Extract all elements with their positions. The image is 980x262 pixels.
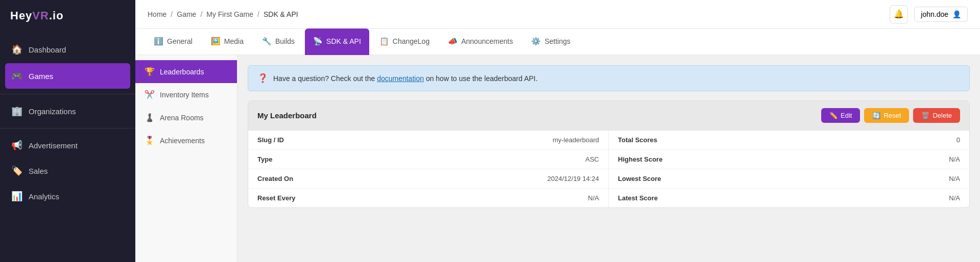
tab-announcements[interactable]: 📣 Announcements — [440, 29, 521, 55]
sales-icon: 🏷️ — [11, 165, 22, 176]
tab-builds[interactable]: 🔧 Builds — [254, 29, 303, 55]
logo-hey: Hey — [10, 9, 32, 22]
left-panel-item-arena[interactable]: ♟️ Arena Rooms — [135, 106, 237, 129]
left-panel: 🏆 Leaderboards ✂️ Inventory Items ♟️ Are… — [135, 55, 237, 262]
leaderboard-table: Slug / ID my-leaderboard Type ASC Create… — [248, 130, 969, 207]
tab-general[interactable]: ℹ️ General — [146, 29, 201, 55]
field-label: Type — [257, 155, 272, 163]
logo: HeyVR.io — [0, 0, 135, 32]
tab-label: Settings — [544, 37, 570, 45]
analytics-icon: 📊 — [11, 191, 22, 202]
settings-icon: ⚙️ — [531, 37, 541, 46]
table-row: Type ASC — [248, 150, 608, 169]
sidebar-divider-2 — [0, 128, 135, 128]
sidebar-item-dashboard[interactable]: 🏠 Dashboard — [0, 37, 135, 62]
left-panel-item-inventory[interactable]: ✂️ Inventory Items — [135, 83, 237, 106]
sidebar-item-sales[interactable]: 🏷️ Sales — [0, 158, 135, 184]
username-label: john.doe — [921, 10, 948, 18]
info-banner: ❓ Have a question? Check out the documen… — [248, 65, 970, 91]
question-icon: ❓ — [257, 73, 268, 84]
games-icon: 🎮 — [11, 70, 22, 82]
field-value: N/A — [588, 194, 599, 202]
reset-button[interactable]: 🔄 Reset — [864, 108, 909, 123]
table-row: Reset Every N/A — [248, 189, 608, 207]
table-row: Lowest Score N/A — [609, 169, 969, 189]
field-label: Reset Every — [257, 194, 295, 202]
sdk-icon: 📡 — [313, 37, 323, 46]
left-panel-item-label: Inventory Items — [160, 91, 209, 99]
content: ℹ️ General 🖼️ Media 🔧 Builds 📡 SDK & API… — [135, 29, 980, 262]
breadcrumb-sep-3: / — [257, 10, 259, 18]
sidebar-nav: 🏠 Dashboard 🎮 Games 🏢 Organizations 📢 Ad… — [0, 32, 135, 262]
field-label: Created On — [257, 175, 293, 182]
organizations-icon: 🏢 — [11, 106, 22, 117]
sidebar-item-games[interactable]: 🎮 Games — [5, 63, 130, 89]
table-row: Highest Score N/A — [609, 150, 969, 169]
tab-sdk-api[interactable]: 📡 SDK & API — [305, 29, 369, 55]
documentation-link[interactable]: documentation — [377, 74, 424, 83]
advertisement-icon: 📢 — [11, 140, 22, 151]
user-avatar-icon: 👤 — [952, 10, 961, 18]
tab-media[interactable]: 🖼️ Media — [203, 29, 252, 55]
tab-label: General — [167, 37, 193, 45]
user-menu-button[interactable]: john.doe 👤 — [914, 7, 968, 22]
sidebar: HeyVR.io 🏠 Dashboard 🎮 Games 🏢 Organizat… — [0, 0, 135, 262]
announcements-icon: 📣 — [448, 37, 458, 46]
media-icon: 🖼️ — [211, 37, 221, 46]
tab-label: Media — [224, 37, 244, 45]
field-value: ASC — [585, 155, 599, 163]
tabs-bar: ℹ️ General 🖼️ Media 🔧 Builds 📡 SDK & API… — [135, 29, 980, 55]
left-panel-item-label: Arena Rooms — [160, 114, 204, 122]
logo-vr: VR — [32, 9, 49, 22]
sidebar-item-label: Advertisement — [29, 141, 78, 150]
inventory-icon: ✂️ — [145, 90, 155, 99]
field-label: Highest Score — [618, 155, 662, 163]
tab-changelog[interactable]: 📋 ChangeLog — [371, 29, 438, 55]
left-panel-item-leaderboards[interactable]: 🏆 Leaderboards — [135, 60, 237, 83]
field-value: 2024/12/19 14:24 — [547, 175, 599, 182]
leaderboards-icon: 🏆 — [145, 67, 155, 76]
field-label: Latest Score — [618, 194, 658, 202]
topbar: Home / Game / My First Game / SDK & API … — [135, 0, 980, 29]
sidebar-item-label: Games — [29, 72, 53, 81]
sidebar-item-analytics[interactable]: 📊 Analytics — [0, 184, 135, 209]
delete-button[interactable]: 🗑️ Delete — [913, 108, 960, 123]
info-banner-text: Have a question? Check out the documenta… — [273, 74, 538, 83]
logo-text: HeyVR.io — [10, 9, 64, 22]
field-value: N/A — [949, 155, 960, 163]
edit-button[interactable]: ✏️ Edit — [821, 108, 860, 123]
field-label: Slug / ID — [257, 136, 284, 144]
reset-icon: 🔄 — [872, 112, 880, 119]
notification-button[interactable]: 🔔 — [890, 5, 908, 23]
left-panel-item-achievements[interactable]: 🎖️ Achievements — [135, 129, 237, 152]
field-value: N/A — [949, 194, 960, 202]
tab-label: SDK & API — [326, 37, 361, 45]
header-actions: ✏️ Edit 🔄 Reset 🗑️ Delete — [821, 108, 960, 123]
body-layout: 🏆 Leaderboards ✂️ Inventory Items ♟️ Are… — [135, 55, 980, 262]
sidebar-item-organizations[interactable]: 🏢 Organizations — [0, 98, 135, 124]
table-row: Created On 2024/12/19 14:24 — [248, 169, 608, 189]
leaderboard-title: My Leaderboard — [257, 111, 317, 120]
leaderboard-header: My Leaderboard ✏️ Edit 🔄 Reset — [248, 101, 969, 130]
field-value: my-leaderboard — [553, 136, 599, 144]
table-section-left: Slug / ID my-leaderboard Type ASC Create… — [248, 130, 609, 207]
field-value: 0 — [957, 136, 960, 144]
breadcrumb-game[interactable]: Game — [177, 10, 196, 18]
field-value: N/A — [949, 175, 960, 182]
edit-icon: ✏️ — [829, 112, 838, 119]
breadcrumb-home[interactable]: Home — [148, 10, 166, 18]
breadcrumb-current: SDK & API — [264, 10, 298, 18]
sidebar-divider — [0, 94, 135, 94]
right-content: ❓ Have a question? Check out the documen… — [237, 55, 980, 262]
tab-settings[interactable]: ⚙️ Settings — [523, 29, 579, 55]
left-panel-item-label: Leaderboards — [160, 68, 204, 76]
tab-label: Builds — [275, 37, 295, 45]
breadcrumb-sep-1: / — [171, 10, 173, 18]
field-label: Lowest Score — [618, 175, 661, 182]
leaderboard-card: My Leaderboard ✏️ Edit 🔄 Reset — [248, 100, 970, 208]
builds-icon: 🔧 — [262, 37, 272, 46]
sidebar-item-label: Dashboard — [29, 45, 66, 54]
field-label: Total Scores — [618, 136, 657, 144]
sidebar-item-advertisement[interactable]: 📢 Advertisement — [0, 133, 135, 158]
breadcrumb-myfirstgame[interactable]: My First Game — [206, 10, 253, 18]
